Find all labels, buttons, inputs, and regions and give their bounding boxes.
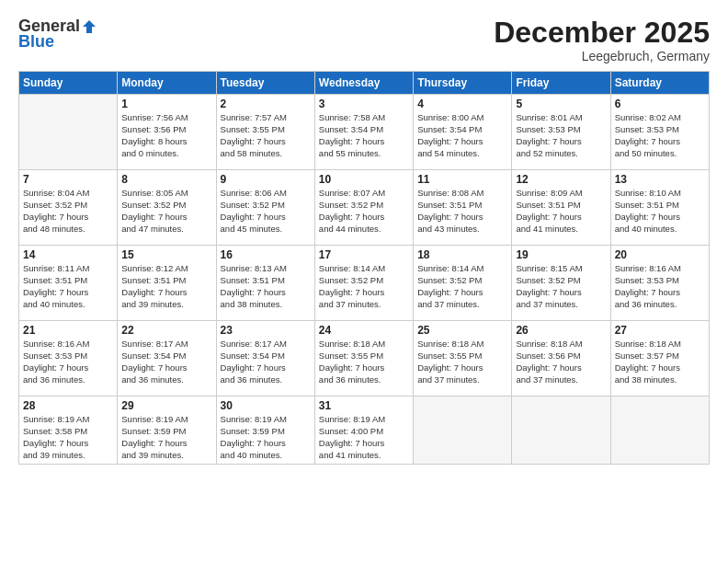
calendar-cell: 3Sunrise: 7:58 AM Sunset: 3:54 PM Daylig… — [314, 95, 413, 170]
calendar-cell: 25Sunrise: 8:18 AM Sunset: 3:55 PM Dayli… — [414, 321, 512, 396]
day-info: Sunrise: 8:02 AM Sunset: 3:53 PM Dayligh… — [615, 112, 705, 159]
day-number: 24 — [319, 324, 409, 337]
day-number: 5 — [516, 98, 606, 110]
day-number: 21 — [23, 324, 113, 337]
day-number: 2 — [221, 98, 311, 110]
logo-icon — [81, 18, 97, 35]
calendar-header-monday: Monday — [118, 72, 216, 95]
day-number: 22 — [121, 324, 211, 337]
logo: General Blue — [18, 17, 98, 52]
calendar-cell: 28Sunrise: 8:19 AM Sunset: 3:58 PM Dayli… — [19, 396, 118, 465]
calendar-cell — [610, 396, 709, 465]
title-block: December 2025 Leegebruch, Germany — [494, 17, 710, 63]
calendar-cell: 21Sunrise: 8:16 AM Sunset: 3:53 PM Dayli… — [19, 321, 118, 396]
day-number: 26 — [516, 324, 606, 337]
calendar-table: SundayMondayTuesdayWednesdayThursdayFrid… — [18, 71, 710, 465]
day-number: 13 — [615, 173, 705, 186]
day-info: Sunrise: 8:11 AM Sunset: 3:51 PM Dayligh… — [23, 263, 113, 310]
calendar-week-3: 14Sunrise: 8:11 AM Sunset: 3:51 PM Dayli… — [19, 246, 710, 321]
calendar-week-2: 7Sunrise: 8:04 AM Sunset: 3:52 PM Daylig… — [19, 170, 710, 246]
day-info: Sunrise: 8:19 AM Sunset: 4:00 PM Dayligh… — [319, 414, 409, 461]
day-info: Sunrise: 8:19 AM Sunset: 3:59 PM Dayligh… — [121, 414, 211, 461]
calendar-cell: 10Sunrise: 8:07 AM Sunset: 3:52 PM Dayli… — [314, 170, 413, 246]
calendar-cell: 19Sunrise: 8:15 AM Sunset: 3:52 PM Dayli… — [512, 246, 610, 321]
day-number: 12 — [516, 173, 606, 186]
day-number: 8 — [121, 173, 211, 186]
day-number: 23 — [221, 324, 311, 337]
calendar-cell: 5Sunrise: 8:01 AM Sunset: 3:53 PM Daylig… — [512, 95, 610, 170]
day-info: Sunrise: 8:16 AM Sunset: 3:53 PM Dayligh… — [23, 339, 113, 385]
calendar-cell: 4Sunrise: 8:00 AM Sunset: 3:54 PM Daylig… — [414, 95, 512, 170]
calendar-cell: 23Sunrise: 8:17 AM Sunset: 3:54 PM Dayli… — [216, 321, 314, 396]
day-info: Sunrise: 8:14 AM Sunset: 3:52 PM Dayligh… — [417, 263, 507, 310]
day-info: Sunrise: 8:07 AM Sunset: 3:52 PM Dayligh… — [319, 188, 409, 235]
day-info: Sunrise: 8:18 AM Sunset: 3:55 PM Dayligh… — [319, 339, 409, 385]
calendar-header-row: SundayMondayTuesdayWednesdayThursdayFrid… — [19, 72, 710, 95]
day-info: Sunrise: 8:01 AM Sunset: 3:53 PM Dayligh… — [516, 112, 606, 159]
month-title: December 2025 — [494, 17, 710, 49]
location: Leegebruch, Germany — [494, 49, 710, 63]
calendar-cell: 24Sunrise: 8:18 AM Sunset: 3:55 PM Dayli… — [314, 321, 413, 396]
calendar-cell — [414, 396, 512, 465]
day-info: Sunrise: 8:04 AM Sunset: 3:52 PM Dayligh… — [23, 188, 113, 235]
logo-text: General Blue — [18, 17, 98, 52]
calendar-cell: 12Sunrise: 8:09 AM Sunset: 3:51 PM Dayli… — [512, 170, 610, 246]
calendar-cell: 14Sunrise: 8:11 AM Sunset: 3:51 PM Dayli… — [19, 246, 118, 321]
calendar-header-tuesday: Tuesday — [216, 72, 314, 95]
day-number: 31 — [319, 399, 409, 412]
calendar-cell: 16Sunrise: 8:13 AM Sunset: 3:51 PM Dayli… — [216, 246, 314, 321]
calendar-week-4: 21Sunrise: 8:16 AM Sunset: 3:53 PM Dayli… — [19, 321, 710, 396]
day-info: Sunrise: 7:58 AM Sunset: 3:54 PM Dayligh… — [319, 112, 409, 159]
day-number: 1 — [121, 98, 211, 110]
calendar-cell: 29Sunrise: 8:19 AM Sunset: 3:59 PM Dayli… — [118, 396, 216, 465]
day-number: 29 — [121, 399, 211, 412]
calendar-cell: 18Sunrise: 8:14 AM Sunset: 3:52 PM Dayli… — [414, 246, 512, 321]
day-info: Sunrise: 8:17 AM Sunset: 3:54 PM Dayligh… — [121, 339, 211, 385]
day-number: 27 — [615, 324, 705, 337]
day-info: Sunrise: 8:14 AM Sunset: 3:52 PM Dayligh… — [319, 263, 409, 310]
day-number: 30 — [221, 399, 311, 412]
day-info: Sunrise: 7:57 AM Sunset: 3:55 PM Dayligh… — [221, 112, 311, 159]
day-info: Sunrise: 8:19 AM Sunset: 3:58 PM Dayligh… — [23, 414, 113, 461]
day-info: Sunrise: 8:00 AM Sunset: 3:54 PM Dayligh… — [417, 112, 507, 159]
calendar-cell: 7Sunrise: 8:04 AM Sunset: 3:52 PM Daylig… — [19, 170, 118, 246]
day-info: Sunrise: 8:13 AM Sunset: 3:51 PM Dayligh… — [221, 263, 311, 310]
calendar-cell: 15Sunrise: 8:12 AM Sunset: 3:51 PM Dayli… — [118, 246, 216, 321]
calendar-cell: 27Sunrise: 8:18 AM Sunset: 3:57 PM Dayli… — [610, 321, 709, 396]
day-info: Sunrise: 8:18 AM Sunset: 3:57 PM Dayligh… — [615, 339, 705, 385]
day-number: 7 — [23, 173, 113, 186]
day-number: 17 — [319, 248, 409, 261]
calendar-header-thursday: Thursday — [414, 72, 512, 95]
calendar-cell: 13Sunrise: 8:10 AM Sunset: 3:51 PM Dayli… — [610, 170, 709, 246]
day-number: 10 — [319, 173, 409, 186]
calendar-cell: 17Sunrise: 8:14 AM Sunset: 3:52 PM Dayli… — [314, 246, 413, 321]
calendar-week-1: 1Sunrise: 7:56 AM Sunset: 3:56 PM Daylig… — [19, 95, 710, 170]
calendar-header-saturday: Saturday — [610, 72, 709, 95]
day-info: Sunrise: 8:16 AM Sunset: 3:53 PM Dayligh… — [615, 263, 705, 310]
day-number: 6 — [615, 98, 705, 110]
calendar-cell: 8Sunrise: 8:05 AM Sunset: 3:52 PM Daylig… — [118, 170, 216, 246]
calendar-cell: 26Sunrise: 8:18 AM Sunset: 3:56 PM Dayli… — [512, 321, 610, 396]
day-info: Sunrise: 8:18 AM Sunset: 3:56 PM Dayligh… — [516, 339, 606, 385]
day-number: 25 — [417, 324, 507, 337]
calendar-container: General Blue December 2025 Leegebruch, G… — [0, 0, 728, 563]
calendar-header-friday: Friday — [512, 72, 610, 95]
day-number: 11 — [417, 173, 507, 186]
day-number: 14 — [23, 248, 113, 261]
calendar-cell: 11Sunrise: 8:08 AM Sunset: 3:51 PM Dayli… — [414, 170, 512, 246]
calendar-cell — [19, 95, 118, 170]
day-number: 19 — [516, 248, 606, 261]
day-info: Sunrise: 8:18 AM Sunset: 3:55 PM Dayligh… — [417, 339, 507, 385]
day-info: Sunrise: 8:12 AM Sunset: 3:51 PM Dayligh… — [121, 263, 211, 310]
header: General Blue December 2025 Leegebruch, G… — [18, 17, 710, 63]
day-number: 28 — [23, 399, 113, 412]
day-number: 18 — [417, 248, 507, 261]
calendar-cell: 2Sunrise: 7:57 AM Sunset: 3:55 PM Daylig… — [216, 95, 314, 170]
day-number: 4 — [417, 98, 507, 110]
day-info: Sunrise: 8:06 AM Sunset: 3:52 PM Dayligh… — [221, 188, 311, 235]
day-number: 9 — [221, 173, 311, 186]
calendar-header-sunday: Sunday — [19, 72, 118, 95]
day-info: Sunrise: 8:10 AM Sunset: 3:51 PM Dayligh… — [615, 188, 705, 235]
day-info: Sunrise: 7:56 AM Sunset: 3:56 PM Dayligh… — [121, 112, 211, 159]
day-info: Sunrise: 8:19 AM Sunset: 3:59 PM Dayligh… — [221, 414, 311, 461]
